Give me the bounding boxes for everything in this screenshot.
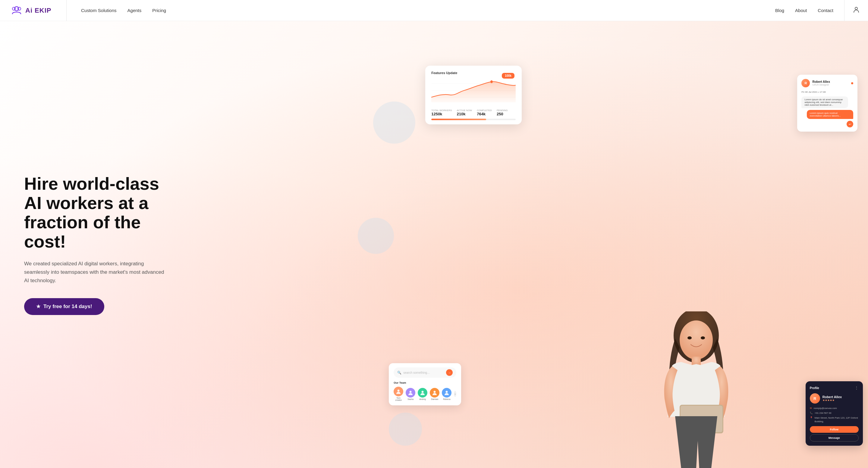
team-search-button[interactable]: → xyxy=(446,369,453,376)
svg-point-3 xyxy=(855,7,858,10)
svg-point-2 xyxy=(18,7,21,10)
team-member-2: Sasha xyxy=(406,388,415,400)
profile-actions: Follow Message xyxy=(810,426,859,441)
svg-point-11 xyxy=(434,391,436,393)
profile-stars: ★★★★★ xyxy=(823,399,842,402)
nav-link-blog[interactable]: Blog xyxy=(775,8,784,13)
dashboard-stats: TOTAL WORKERS 1250k ACTIVE NOW 210k COMP… xyxy=(431,109,516,116)
chat-reply-button[interactable]: ↩ xyxy=(846,121,853,127)
dashboard-progress-bar xyxy=(431,119,486,120)
profile-message-button[interactable]: Message xyxy=(810,434,859,441)
dashboard-title: Features Update xyxy=(431,71,516,75)
dashboard-chart xyxy=(431,78,516,102)
profile-name: Robert Allex xyxy=(823,395,842,399)
stat-pending: 250 xyxy=(497,112,507,116)
cta-button[interactable]: ★ Try free for 14 days! xyxy=(24,298,104,315)
svg-point-16 xyxy=(701,336,705,339)
svg-point-13 xyxy=(674,311,719,363)
user-icon[interactable] xyxy=(844,6,868,14)
nav-link-pricing[interactable]: Pricing xyxy=(152,8,166,13)
svg-point-9 xyxy=(410,391,412,393)
team-search-placeholder: search something... xyxy=(403,371,430,374)
chat-bubble-received: Lorem ipsum do sit amet consequar adipis… xyxy=(801,96,848,108)
logo-icon xyxy=(11,5,22,16)
deco-circle-1 xyxy=(373,101,415,144)
stat-completed: 764k xyxy=(477,112,492,116)
profile-phone-text: +01 234 567 00 xyxy=(815,411,832,415)
profile-options-icon[interactable]: ⋮ xyxy=(855,386,859,390)
dashboard-progress xyxy=(431,119,516,120)
team-member-3: Andrey xyxy=(418,388,427,400)
svg-rect-17 xyxy=(692,357,701,367)
svg-point-8 xyxy=(398,390,400,392)
team-avatars: Tom creator Sasha Andrey xyxy=(394,387,456,401)
svg-point-14 xyxy=(680,321,713,360)
dashboard-card: Features Update 100k xyxy=(425,66,522,124)
profile-location: 📍 Main Street, North Park 123, 12F Oxfor… xyxy=(810,416,859,423)
team-search: 🔍 search something... → xyxy=(394,367,456,378)
search-icon: 🔍 xyxy=(397,371,401,375)
nav-links-secondary: Blog About Contact xyxy=(764,8,844,13)
team-member-4: Damian xyxy=(430,388,439,400)
dashboard-badge: 100k xyxy=(502,73,515,78)
hero-woman-figure xyxy=(639,66,753,468)
chat-header: R Robert Allex UI/UX Designer xyxy=(801,79,853,87)
team-member-1: Tom creator xyxy=(394,387,403,401)
email-icon: ✉ xyxy=(810,407,812,409)
hero-subtitle: We created specialized AI digital worker… xyxy=(24,260,169,285)
stat-total: 1250k xyxy=(431,112,452,116)
team-more-button[interactable]: › xyxy=(454,391,456,397)
chat-timestamp: Fri 30 Jul 2021 • 17:46 xyxy=(801,90,853,94)
brand-name: Ai EKIP xyxy=(25,7,51,14)
chat-card: R Robert Allex UI/UX Designer Fri 30 Jul… xyxy=(797,75,858,132)
profile-location-text: Main Street, North Park 123, 12F Oxford … xyxy=(815,416,859,423)
chat-reply-area: ↩ xyxy=(801,121,853,127)
profile-card: Profile ⋮ R Robert Allex ★★★★★ ✉ noreply… xyxy=(806,381,863,446)
svg-point-12 xyxy=(446,391,448,393)
profile-follow-button[interactable]: Follow xyxy=(810,426,859,433)
cta-label: Try free for 14 days! xyxy=(43,304,92,310)
profile-title: Profile xyxy=(810,387,819,390)
chat-online-dot xyxy=(851,82,853,84)
svg-rect-19 xyxy=(681,406,722,432)
nav-link-agents[interactable]: Agents xyxy=(127,8,142,13)
nav-link-about[interactable]: About xyxy=(795,8,807,13)
logo[interactable]: Ai EKIP xyxy=(0,5,66,16)
profile-email: ✉ noreply@canvas.com xyxy=(810,407,859,410)
profile-email-text: noreply@canvas.com xyxy=(814,407,837,410)
hero-title: Hire world-class AI workers at a fractio… xyxy=(24,174,175,251)
nav-link-contact[interactable]: Contact xyxy=(818,8,833,13)
stat-active: 210k xyxy=(457,112,472,116)
phone-icon: 📞 xyxy=(810,412,813,414)
svg-point-7 xyxy=(490,80,493,83)
hero-content: Hire world-class AI workers at a fractio… xyxy=(0,174,175,315)
chat-person-role: UI/UX Designer xyxy=(812,83,830,86)
navbar: Ai EKIP Custom Solutions Agents Pricing … xyxy=(0,0,868,21)
hero-section: Hire world-class AI workers at a fractio… xyxy=(0,21,868,468)
profile-avatar: R xyxy=(810,393,820,404)
profile-phone: 📞 +01 234 567 00 xyxy=(810,411,859,415)
chat-person-name: Robert Allex xyxy=(812,80,830,83)
chat-avatar: R xyxy=(801,79,810,87)
cta-star-icon: ★ xyxy=(36,304,40,309)
team-section-label: Our Team xyxy=(394,381,456,384)
deco-circle-2 xyxy=(358,218,394,254)
location-icon: 📍 xyxy=(810,416,813,419)
chat-bubble-sent: Lorem ipsum quis nostrud exercitation ul… xyxy=(807,110,854,119)
team-member-5: Rebeca xyxy=(442,388,452,400)
nav-link-custom-solutions[interactable]: Custom Solutions xyxy=(81,8,117,13)
profile-info: R Robert Allex ★★★★★ xyxy=(810,393,859,404)
hero-visual: Features Update 100k xyxy=(347,21,868,468)
nav-links-primary: Custom Solutions Agents Pricing xyxy=(67,8,764,13)
svg-point-10 xyxy=(422,391,424,393)
team-card: 🔍 search something... → Our Team Tom cre… xyxy=(389,363,461,405)
svg-point-1 xyxy=(12,7,16,10)
deco-circle-3 xyxy=(389,412,422,446)
svg-point-15 xyxy=(687,336,692,339)
profile-card-header: Profile ⋮ xyxy=(810,386,859,390)
svg-rect-18 xyxy=(680,405,723,433)
